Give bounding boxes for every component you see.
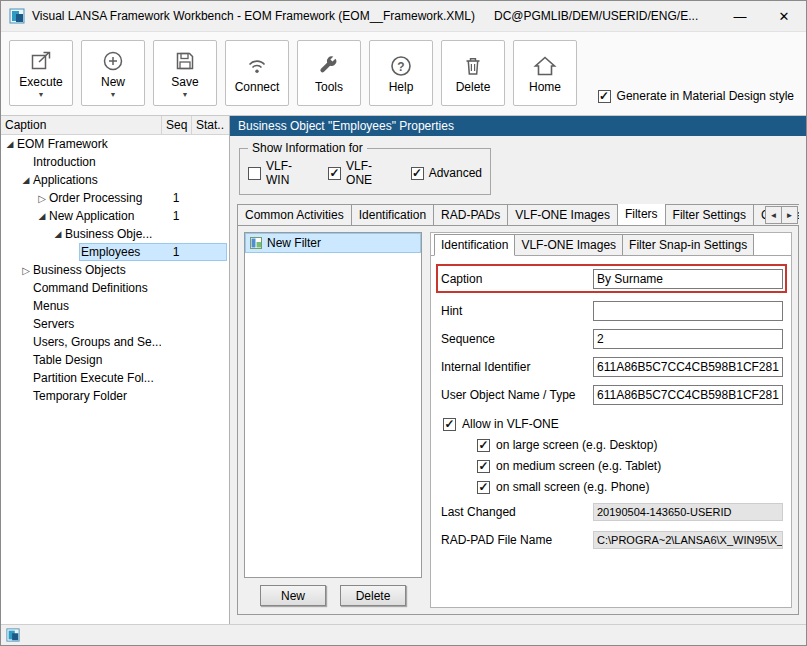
toolbar: Execute ▼ New ▼ Save ▼ Connect Tools ? H…	[1, 31, 806, 116]
expander-expanded-icon[interactable]	[19, 175, 33, 185]
tab-scroll-right-icon[interactable]: ►	[781, 206, 798, 224]
user-object-field-row: User Object Name / Type	[441, 384, 783, 405]
execute-button[interactable]: Execute ▼	[9, 40, 73, 106]
advanced-checkbox[interactable]: Advanced	[411, 159, 482, 187]
close-button[interactable]: ✕	[762, 1, 806, 31]
tree-item-employees[interactable]: Employees 1	[1, 243, 229, 261]
tree-column-status: Stat..	[191, 116, 229, 134]
internal-identifier-label: Internal Identifier	[441, 360, 530, 374]
sequence-field-row: Sequence	[441, 328, 783, 349]
expander-expanded-icon[interactable]	[3, 139, 17, 149]
rad-pad-file-row: RAD-PAD File Name C:\PROGRA~2\LANSA6\X_W…	[441, 529, 783, 550]
internal-identifier-input[interactable]	[593, 357, 783, 377]
delete-filter-button[interactable]: Delete	[340, 585, 406, 606]
tree-item-servers[interactable]: Servers	[1, 315, 229, 333]
tree-item-command-definitions[interactable]: Command Definitions	[1, 279, 229, 297]
help-button-label: Help	[389, 81, 414, 94]
tools-button-label: Tools	[315, 81, 343, 94]
tab-identification[interactable]: Identification	[351, 204, 434, 225]
home-button[interactable]: Home	[513, 40, 577, 106]
save-button-label: Save	[171, 76, 198, 89]
execute-icon	[29, 48, 53, 75]
new-filter-button[interactable]: New	[260, 585, 326, 606]
tree-item-temporary-folder[interactable]: Temporary Folder	[1, 387, 229, 405]
filter-buttons-row: New Delete	[244, 578, 422, 608]
tree-item-applications[interactable]: Applications	[1, 171, 229, 189]
dropdown-arrow-icon: ▼	[182, 90, 189, 99]
dropdown-arrow-icon: ▼	[38, 90, 45, 99]
allow-vlf-one-checkbox[interactable]: Allow in VLF-ONE	[443, 417, 783, 431]
titlebar: Visual LANSA Framework Workbench - EOM F…	[1, 1, 806, 31]
tree-item-menus[interactable]: Menus	[1, 297, 229, 315]
tree-item-users-groups[interactable]: Users, Groups and Se...	[1, 333, 229, 351]
checkbox-icon	[477, 481, 490, 494]
filter-list: New Filter	[244, 232, 422, 578]
tree-item-business-objects-node[interactable]: Business Obje...	[1, 225, 229, 243]
delete-button[interactable]: Delete	[441, 40, 505, 106]
hint-input[interactable]	[593, 301, 783, 321]
caption-input[interactable]	[593, 269, 783, 289]
navigation-tree-panel: Caption Seq Stat.. EOM Framework Introdu…	[1, 116, 230, 624]
vlf-win-checkbox[interactable]: VLF-WIN	[248, 159, 312, 187]
delete-icon	[461, 53, 485, 80]
tree-item-table-design[interactable]: Table Design	[1, 351, 229, 369]
expander-collapsed-icon[interactable]	[35, 193, 49, 204]
tab-scroll-buttons: ◄ ►	[766, 206, 798, 224]
filter-item-new-filter[interactable]: New Filter	[245, 233, 421, 253]
connect-button[interactable]: Connect	[225, 40, 289, 106]
expander-expanded-icon[interactable]	[35, 211, 49, 221]
tab-scroll-left-icon[interactable]: ◄	[765, 206, 782, 224]
expander-collapsed-icon[interactable]	[19, 265, 33, 276]
generate-material-design-label: Generate in Material Design style	[617, 89, 794, 103]
vlf-one-checkbox[interactable]: VLF-ONE	[328, 159, 395, 187]
statusbar-icon	[6, 628, 20, 642]
tab-filter-settings[interactable]: Filter Settings	[665, 204, 754, 225]
new-button-label: New	[101, 76, 125, 89]
app-icon	[9, 8, 25, 24]
sequence-label: Sequence	[441, 332, 495, 346]
tree-item-order-processing[interactable]: Order Processing 1	[1, 189, 229, 207]
tree-item-eom-framework[interactable]: EOM Framework	[1, 135, 229, 153]
user-object-label: User Object Name / Type	[441, 388, 576, 402]
tree-item-business-objects[interactable]: Business Objects	[1, 261, 229, 279]
properties-panel: Business Object "Employees" Properties S…	[230, 116, 806, 624]
tree-column-seq: Seq	[161, 116, 191, 134]
filter-icon	[250, 237, 262, 249]
rad-pad-file-value: C:\PROGRA~2\LANSA6\X_WIN95\X_LAN	[593, 531, 783, 549]
generate-material-design-checkbox[interactable]: Generate in Material Design style	[598, 89, 794, 103]
last-changed-label: Last Changed	[441, 505, 516, 519]
tab-common-activities[interactable]: Common Activities	[237, 204, 352, 225]
user-object-input[interactable]	[593, 385, 783, 405]
show-information-groupbox: Show Information for VLF-WIN VLF-ONE	[239, 148, 491, 195]
tab-vlf-one-images[interactable]: VLF-ONE Images	[507, 204, 618, 225]
tree-item-introduction[interactable]: Introduction	[1, 153, 229, 171]
large-screen-checkbox[interactable]: on large screen (e.g. Desktop)	[477, 438, 783, 452]
sequence-input[interactable]	[593, 329, 783, 349]
medium-screen-checkbox[interactable]: on medium screen (e.g. Tablet)	[477, 459, 783, 473]
save-button[interactable]: Save ▼	[153, 40, 217, 106]
window-title: Visual LANSA Framework Workbench - EOM F…	[32, 9, 475, 23]
checkbox-icon	[328, 167, 341, 180]
properties-tabstrip: Common Activities Identification RAD-PAD…	[237, 204, 799, 225]
tab-rad-pads[interactable]: RAD-PADs	[433, 204, 508, 225]
help-button[interactable]: ? Help	[369, 40, 433, 106]
tree-item-partition-execute[interactable]: Partition Execute Fol...	[1, 369, 229, 387]
inner-tab-vlf-one-images[interactable]: VLF-ONE Images	[514, 234, 623, 255]
small-screen-checkbox[interactable]: on small screen (e.g. Phone)	[477, 480, 783, 494]
tree-item-new-application[interactable]: New Application 1	[1, 207, 229, 225]
new-button[interactable]: New ▼	[81, 40, 145, 106]
inner-tab-filter-snap-in-settings[interactable]: Filter Snap-in Settings	[622, 234, 754, 255]
tab-filters[interactable]: Filters	[617, 204, 666, 225]
delete-button-label: Delete	[456, 81, 491, 94]
tools-button[interactable]: Tools	[297, 40, 361, 106]
new-icon	[101, 48, 125, 75]
window-controls: — ✕	[718, 1, 806, 31]
minimize-button[interactable]: —	[718, 1, 762, 31]
filter-item-label: New Filter	[267, 236, 321, 250]
save-icon	[173, 48, 197, 75]
checkbox-icon	[598, 90, 611, 103]
checkbox-icon	[411, 167, 424, 180]
caption-field-row: Caption	[441, 268, 783, 289]
inner-tab-identification[interactable]: Identification	[434, 234, 515, 256]
expander-expanded-icon[interactable]	[51, 229, 65, 239]
